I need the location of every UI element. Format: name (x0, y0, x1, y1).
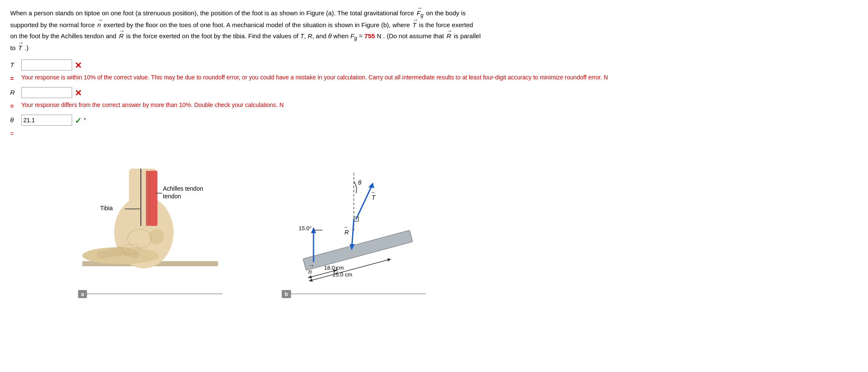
svg-text:18.0 cm: 18.0 cm (324, 265, 344, 271)
n-vector: → n (97, 20, 101, 31)
answer-row-T: T ✕ (10, 59, 858, 70)
answer-block-theta: θ ✓ ° = (10, 115, 858, 137)
R-feedback: Your response differs from the correct a… (21, 101, 284, 110)
figure-b-container: 18.0 cm 25.0 cm → n 15.0° (282, 147, 426, 298)
svg-rect-10 (149, 171, 157, 226)
T-label: T (10, 61, 18, 68)
R-input[interactable] (21, 87, 72, 98)
theta-label: θ (10, 116, 18, 124)
svg-text:Achilles tendon: Achilles tendon (163, 185, 203, 192)
svg-text:n: n (308, 268, 312, 275)
svg-marker-27 (387, 257, 392, 262)
theta-label-inline: θ (328, 32, 332, 39)
figure-a-line (87, 293, 222, 294)
answer-block-R: R ✕ = Your response differs from the cor… (10, 87, 858, 111)
figure-b-line (291, 293, 426, 294)
text-4b: .) (25, 44, 28, 51)
svg-text:25.0 cm: 25.0 cm (333, 271, 352, 278)
T-vector2: → T (18, 42, 22, 54)
figure-a-container: Tibia Achilles tendon tendon a (78, 147, 222, 298)
foot-figure: Tibia Achilles tendon tendon (78, 147, 222, 287)
diagram-figure: 18.0 cm 25.0 cm → n 15.0° (282, 147, 426, 287)
theta-correct-icon: ✓ (75, 116, 82, 126)
svg-text:θ: θ (358, 179, 361, 186)
svg-rect-11 (146, 171, 149, 226)
figure-b-label-row: b (282, 290, 426, 298)
R-label-inline: R (308, 32, 312, 39)
figure-a-label-row: a (78, 290, 222, 298)
text-3d: . (Do not assume that (383, 32, 444, 39)
Fg-label-inline: F (350, 32, 354, 39)
text-line2b: exerted by the floor on the toes of one … (104, 21, 410, 28)
figure-b-label: b (282, 290, 291, 298)
svg-text:15.0°: 15.0° (299, 225, 312, 231)
svg-marker-26 (308, 279, 313, 283)
svg-text:R: R (344, 229, 349, 236)
T-label-inline: T (300, 32, 304, 39)
Fg-unit: N (377, 32, 381, 39)
theta-input[interactable] (21, 115, 72, 126)
theta-unit: ° (84, 116, 86, 124)
text-line3b: is the force exerted on the foot by the … (126, 32, 298, 39)
Fg-value: 755 (364, 32, 375, 39)
text-4a: to (10, 44, 16, 51)
svg-text:Tibia: Tibia (100, 205, 113, 211)
svg-marker-23 (308, 275, 312, 279)
text-line1b: on the body is (426, 9, 465, 17)
problem-text: When a person stands on tiptoe on one fo… (10, 8, 850, 54)
text-line2c: is the force exerted (419, 21, 473, 28)
svg-marker-38 (368, 183, 374, 188)
svg-rect-20 (303, 230, 412, 270)
svg-text:→: → (308, 262, 314, 269)
T-equals: = (10, 75, 18, 82)
T-input[interactable] (21, 59, 72, 70)
answer-block-T: T ✕ = Your response is within 10% of the… (10, 59, 858, 84)
R-vector2: → R (447, 31, 451, 42)
R-wrong-icon: ✕ (75, 88, 82, 98)
R-label: R (10, 89, 18, 96)
answer-row-R: R ✕ (10, 87, 858, 98)
svg-line-37 (356, 183, 373, 220)
text-3e: is parallel (454, 32, 481, 39)
R-equals: = (10, 102, 18, 110)
answer-row-theta: θ ✓ ° (10, 115, 858, 126)
T-feedback: Your response is within 10% of the corre… (21, 73, 608, 82)
diagram-svg: 18.0 cm 25.0 cm → n 15.0° (282, 147, 426, 283)
text-line3c: when (333, 32, 349, 39)
figure-a-label: a (78, 290, 87, 298)
R-vector: → R (119, 31, 123, 42)
Fg-sub-inline: g (354, 35, 357, 41)
T-vector: → T (412, 20, 416, 31)
equals-inline: = (359, 32, 364, 39)
svg-text:tendon: tendon (163, 193, 181, 200)
text-line2a: supported by the normal force (10, 21, 95, 28)
theta-equals: = (10, 130, 18, 137)
figures-row: Tibia Achilles tendon tendon a (78, 147, 858, 298)
text-line1: When a person stands on tiptoe on one fo… (10, 9, 414, 17)
foot-svg: Tibia Achilles tendon tendon (78, 147, 222, 279)
T-wrong-icon: ✕ (75, 60, 82, 70)
text-line3a: on the foot by the Achilles tendon and (10, 32, 116, 39)
svg-text:T: T (372, 194, 376, 201)
